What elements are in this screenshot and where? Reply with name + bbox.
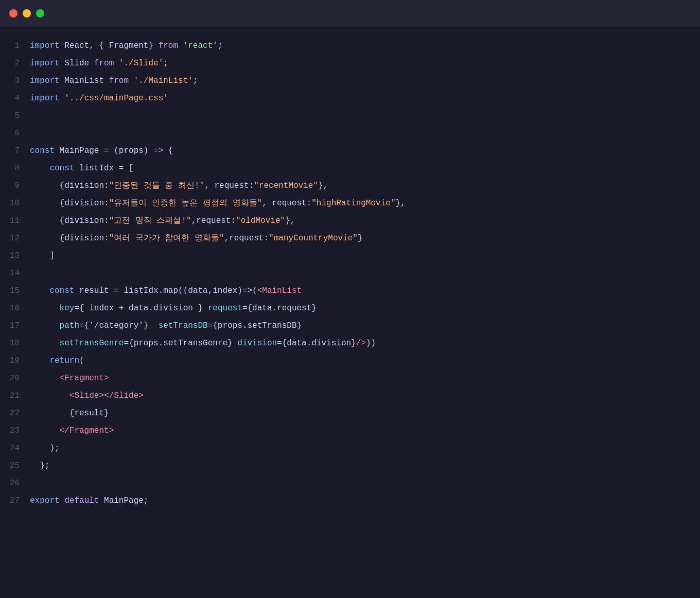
token-plain	[30, 321, 60, 330]
token-plain: , request:	[262, 199, 311, 208]
code-line: 8 const listIdx = [	[0, 160, 700, 177]
line-number: 19	[0, 353, 30, 369]
token-plain: ,request:	[224, 234, 269, 243]
token-attr: request	[208, 304, 242, 313]
token-plain	[30, 356, 49, 365]
line-number: 21	[0, 388, 30, 404]
line-content: {result}	[30, 405, 700, 421]
line-content: import MainList from './MainList';	[30, 73, 700, 89]
token-tag: <Fragment>	[60, 374, 109, 383]
line-content: };	[30, 458, 700, 474]
token-tag: <MainList	[257, 286, 302, 295]
code-line: 26	[0, 474, 700, 492]
token-plain: ;	[218, 41, 223, 50]
token-plain: }	[358, 234, 363, 243]
line-number: 8	[0, 160, 30, 177]
token-str-orange: "여러 국가가 참여한 영화들"	[109, 234, 224, 243]
line-content: </Fragment>	[30, 423, 700, 439]
line-number: 25	[0, 458, 30, 474]
token-str-orange: './Slide'	[119, 59, 163, 68]
token-plain: (	[79, 356, 84, 365]
token-str-orange: "인증된 것들 중 최신!"	[109, 181, 205, 190]
token-str-orange: "highRatingMovie"	[311, 199, 395, 208]
token-plain: result = listIdx.map((data,index)=>(	[74, 286, 257, 295]
line-number: 4	[0, 90, 30, 107]
token-attr: key	[60, 304, 75, 313]
token-plain: ={props.setTransGenre}	[124, 339, 237, 348]
token-plain: {division:	[30, 234, 109, 243]
line-number: 13	[0, 248, 30, 264]
token-plain: };	[30, 461, 49, 470]
token-plain: },	[318, 181, 328, 190]
token-plain	[30, 339, 60, 348]
code-line: 3import MainList from './MainList';	[0, 72, 700, 90]
token-plain: ,request:	[191, 216, 236, 225]
token-plain: ]	[30, 251, 55, 260]
token-plain: ={ index + data.division }	[74, 304, 207, 313]
token-plain: {division:	[30, 199, 109, 208]
line-number: 7	[0, 143, 30, 159]
token-kw-import: import	[30, 94, 60, 103]
token-plain	[30, 304, 60, 313]
token-plain: ;	[163, 59, 168, 68]
code-line: 23 </Fragment>	[0, 422, 700, 439]
token-str: 'react'	[183, 41, 218, 50]
code-line: 11 {division:"고전 명작 스페셜!",request:"oldMo…	[0, 212, 700, 230]
line-content: {division:"인증된 것들 중 최신!", request:"recen…	[30, 178, 700, 194]
maximize-button[interactable]	[36, 9, 44, 17]
code-line: 10 {division:"유저들이 인증한 높은 평점의 영화들", requ…	[0, 195, 700, 212]
token-plain: MainPage;	[99, 496, 148, 505]
line-number: 5	[0, 108, 30, 124]
token-arrow: =>	[153, 146, 163, 155]
code-container: 1import React, { Fragment} from 'react';…	[0, 37, 700, 509]
token-str-orange: "recentMovie"	[254, 181, 318, 190]
token-plain	[60, 94, 65, 103]
token-kw-import: import	[30, 41, 60, 50]
line-number: 24	[0, 440, 30, 456]
line-number: 3	[0, 73, 30, 89]
token-plain: {result}	[30, 409, 109, 418]
line-content: setTransGenre={props.setTransGenre} divi…	[30, 335, 700, 351]
code-line: 24 );	[0, 439, 700, 457]
line-number: 12	[0, 230, 30, 247]
line-number: 16	[0, 300, 30, 316]
line-content: key={ index + data.division } request={d…	[30, 300, 700, 316]
line-number: 20	[0, 370, 30, 386]
minimize-button[interactable]	[23, 9, 31, 17]
token-plain	[129, 76, 134, 85]
line-content: {division:"고전 명작 스페셜!",request:"oldMovie…	[30, 213, 700, 229]
code-line: 6	[0, 125, 700, 142]
code-editor[interactable]: 1import React, { Fragment} from 'react';…	[0, 27, 700, 598]
token-plain: ={'/category'}	[79, 321, 159, 330]
token-str-orange: "고전 명작 스페셜!"	[109, 216, 191, 225]
line-content: <Slide></Slide>	[30, 388, 700, 404]
line-content: <Fragment>	[30, 370, 700, 386]
code-line: 19 return(	[0, 352, 700, 370]
code-line: 21 <Slide></Slide>	[0, 387, 700, 404]
token-plain: React, { Fragment}	[60, 41, 159, 50]
line-content: import React, { Fragment} from 'react';	[30, 38, 700, 54]
token-str-orange: "유저들이 인증한 높은 평점의 영화들"	[109, 199, 262, 208]
token-plain	[30, 374, 60, 383]
line-content: import '../css/mainPage.css'	[30, 90, 700, 107]
line-number: 18	[0, 335, 30, 351]
token-kw-from: from	[109, 76, 129, 85]
close-button[interactable]	[9, 9, 18, 17]
code-line: 4import '../css/mainPage.css'	[0, 90, 700, 107]
token-plain: {	[163, 146, 173, 155]
code-line: 16 key={ index + data.division } request…	[0, 300, 700, 317]
code-line: 1import React, { Fragment} from 'react';	[0, 37, 700, 55]
line-content: );	[30, 440, 700, 456]
token-attr: setTransDB	[159, 321, 208, 330]
titlebar	[0, 0, 700, 27]
token-plain: MainList	[60, 76, 109, 85]
line-content: const result = listIdx.map((data,index)=…	[30, 283, 700, 299]
token-kw-export: export	[30, 496, 60, 505]
line-number: 17	[0, 318, 30, 334]
line-content: {division:"여러 국가가 참여한 영화들",request:"many…	[30, 230, 700, 247]
token-str-orange: "manyCountryMovie"	[269, 234, 358, 243]
line-content: const listIdx = [	[30, 160, 700, 177]
line-number: 6	[0, 125, 30, 142]
token-kw-const: const	[30, 146, 55, 155]
token-tag: </Slide>	[104, 391, 144, 400]
